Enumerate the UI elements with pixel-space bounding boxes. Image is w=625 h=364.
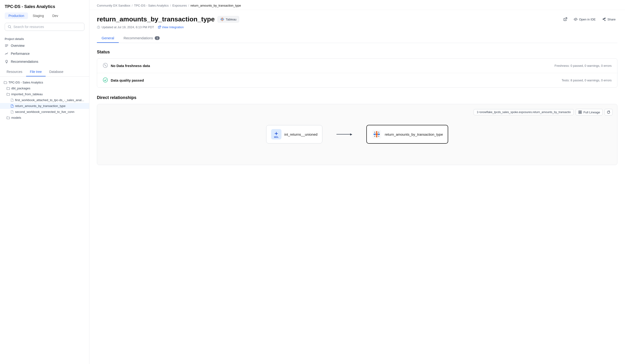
lineage-node-target[interactable]: return_amounts_by_transaction_type [366,125,448,144]
svg-rect-26 [374,136,375,137]
tab-database[interactable]: Database [46,67,67,76]
sidebar: TPC-DS - Sales Analytics Production Stag… [0,0,89,364]
breadcrumb: Community DX Sandbox / TPC-DS - Sales An… [89,0,625,10]
tab-general-label: General [102,36,114,40]
tree-item-imported-from-tableau[interactable]: imported_from_tableau [0,91,89,97]
svg-rect-15 [580,112,582,114]
tableau-node-icon [372,129,382,139]
tree-item-root[interactable]: TPC-DS - Sales Analytics [0,80,89,85]
tree-dbt-packages-label: dbt_packages [11,87,30,90]
lineage-container: 1+snowflake_tpcds_sales_spoke.exposures.… [97,104,618,165]
bottom-tabs: Resources File tree Database [0,67,89,77]
sidebar-title: TPC-DS - Sales Analytics [5,4,84,9]
share-label: Share [607,18,616,21]
breadcrumb-sep-3: / [188,4,189,7]
tab-recommendations-label: Recommendations [124,36,153,40]
lineage-node-source[interactable]: MDL int_returns__unioned [266,125,322,143]
share-icon [602,17,606,21]
tree-file2-label: return_amounts_by_transaction_type [15,104,66,108]
tab-general[interactable]: General [97,34,119,43]
breadcrumb-sep-1: / [132,4,133,7]
tree-item-file3[interactable]: second_workbook_connected_to_live_conn [0,109,89,115]
tree-item-dbt-packages[interactable]: dbt_packages [0,85,89,91]
svg-rect-12 [579,111,580,112]
breadcrumb-community[interactable]: Community DX Sandbox [97,4,130,7]
page-title: return_amounts_by_transaction_type [97,16,215,23]
quality-passed-icon [103,77,108,83]
svg-point-5 [605,20,605,21]
full-lineage-button[interactable]: Full Lineage [576,109,603,116]
full-lineage-label: Full Lineage [583,111,600,114]
status-row-quality: Data quality passed Tests: 8 passed, 0 w… [97,73,617,88]
performance-label: Performance [11,52,30,56]
sidebar-item-performance[interactable]: Performance [0,50,89,58]
chart-icon [5,52,8,56]
file-icon [10,110,14,114]
svg-rect-14 [579,112,580,114]
tableau-badge: Tableau [218,16,239,23]
open-external-button[interactable] [562,16,569,22]
external-link-icon [158,26,161,29]
svg-rect-27 [378,136,379,137]
tree-models-label: models [11,116,21,120]
no-freshness-icon [103,63,108,69]
open-in-ide-label: Open in IDE [579,18,595,21]
folder-icon [7,93,10,96]
tableau-badge-label: Tableau [226,18,237,21]
tree-item-models[interactable]: models [0,115,89,121]
svg-point-11 [103,78,108,82]
sidebar-item-recommendations[interactable]: Recommendations [0,58,89,66]
clock-icon [97,26,100,29]
tableau-icon [220,17,224,21]
content-area: return_amounts_by_transaction_type Table… [89,10,625,171]
freshness-detail: Freshness: 0 passed, 0 warnings, 0 error… [555,64,612,67]
env-tab-staging[interactable]: Staging [29,12,48,19]
main-tabs-bar: General Recommendations 1 [97,34,618,43]
tree-file3-label: second_workbook_connected_to_live_conn [15,110,74,114]
list-icon [5,44,8,48]
tab-resources[interactable]: Resources [3,67,26,76]
lineage-refresh-button[interactable] [605,109,613,116]
tab-recommendations[interactable]: Recommendations 1 [119,34,164,43]
folder-icon [7,87,10,90]
share-button[interactable]: Share [600,16,618,22]
search-icon [8,25,11,29]
direct-relationships-title: Direct relationships [97,95,618,100]
folder-icon [4,81,7,84]
file-tree: TPC-DS - Sales Analytics dbt_packages im… [0,77,89,123]
sidebar-item-overview[interactable]: Overview [0,42,89,50]
view-integration-label: View Integration [162,25,184,29]
tree-imported-tableau-label: imported_from_tableau [11,92,43,96]
svg-rect-21 [376,135,377,137]
updated-info: Updated at Jul 19, 2024, 6:13 PM PDT [97,25,154,29]
env-tab-production[interactable]: Production [5,12,28,19]
lineage-expand-icon [578,110,582,114]
folder-icon [7,116,10,120]
recommendations-label: Recommendations [11,60,38,63]
page-header: return_amounts_by_transaction_type Table… [97,16,239,23]
lineage-nodes: MDL int_returns__unioned [102,120,613,148]
open-in-ide-button[interactable]: Open in IDE [572,16,597,22]
svg-line-10 [104,64,106,66]
search-placeholder: Search for resources [13,25,44,29]
tab-file-tree[interactable]: File tree [26,67,46,76]
freshness-label: No Data freshness data [111,64,555,68]
breadcrumb-exposures[interactable]: Exposures [172,4,187,7]
lineage-search-pill[interactable]: 1+snowflake_tpcds_sales_spoke.exposures.… [473,109,574,115]
search-box[interactable]: Search for resources [5,23,84,31]
env-tab-dev[interactable]: Dev [48,12,62,19]
svg-rect-25 [378,132,379,133]
view-integration-link[interactable]: View Integration [158,25,184,29]
updated-text: Updated at Jul 19, 2024, 6:13 PM PDT [102,25,154,29]
breadcrumb-current: return_amounts_by_transaction_type [190,4,241,7]
svg-rect-13 [580,111,582,112]
tree-item-file2[interactable]: return_amounts_by_transaction_type [0,103,89,109]
recommendations-badge: 1 [155,36,160,40]
code-icon [574,17,577,21]
node-source-label: int_returns__unioned [284,132,317,136]
tree-item-file1[interactable]: first_workbook_attached_to_tpc-ds_-_sale… [0,97,89,103]
open-external-icon [563,17,567,21]
breadcrumb-tpc-ds[interactable]: TPC-DS - Sales Analytics [134,4,169,7]
mdl-label: MDL [274,136,279,138]
sidebar-header: TPC-DS - Sales Analytics Production Stag… [0,0,89,34]
